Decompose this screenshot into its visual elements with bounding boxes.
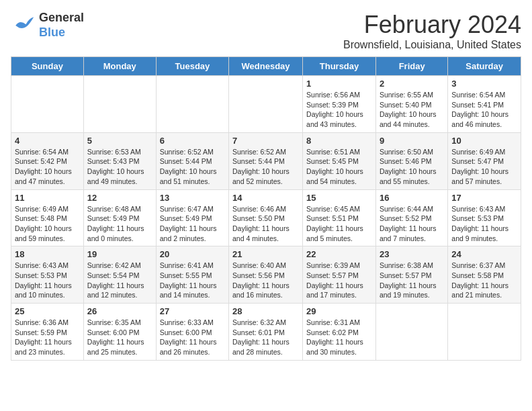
- day-cell: 13Sunrise: 6:47 AM Sunset: 5:49 PM Dayli…: [156, 189, 228, 246]
- day-number: 17: [451, 193, 517, 203]
- col-saturday: Saturday: [448, 57, 521, 76]
- col-wednesday: Wednesday: [229, 57, 303, 76]
- day-cell: 20Sunrise: 6:41 AM Sunset: 5:55 PM Dayli…: [156, 246, 228, 304]
- day-cell: [448, 304, 521, 361]
- day-info: Sunrise: 6:49 AM Sunset: 5:47 PM Dayligh…: [451, 147, 517, 187]
- day-info: Sunrise: 6:44 AM Sunset: 5:52 PM Dayligh…: [380, 204, 444, 244]
- day-cell: 17Sunrise: 6:43 AM Sunset: 5:53 PM Dayli…: [448, 189, 521, 246]
- day-info: Sunrise: 6:45 AM Sunset: 5:51 PM Dayligh…: [306, 204, 372, 244]
- day-cell: 18Sunrise: 6:43 AM Sunset: 5:53 PM Dayli…: [11, 246, 84, 304]
- calendar-body: 1Sunrise: 6:56 AM Sunset: 5:39 PM Daylig…: [11, 76, 521, 361]
- day-info: Sunrise: 6:31 AM Sunset: 6:02 PM Dayligh…: [306, 318, 372, 357]
- day-cell: 25Sunrise: 6:36 AM Sunset: 5:59 PM Dayli…: [11, 304, 84, 361]
- day-info: Sunrise: 6:52 AM Sunset: 5:44 PM Dayligh…: [160, 147, 225, 187]
- day-number: 29: [306, 306, 372, 316]
- day-cell: [375, 304, 447, 361]
- day-number: 6: [160, 136, 225, 146]
- day-cell: 12Sunrise: 6:48 AM Sunset: 5:49 PM Dayli…: [83, 189, 156, 246]
- day-cell: [83, 76, 156, 133]
- day-number: 4: [15, 136, 80, 146]
- calendar-header: Sunday Monday Tuesday Wednesday Thursday…: [11, 57, 521, 76]
- day-info: Sunrise: 6:48 AM Sunset: 5:49 PM Dayligh…: [87, 204, 152, 244]
- day-info: Sunrise: 6:54 AM Sunset: 5:42 PM Dayligh…: [15, 147, 80, 187]
- day-number: 3: [451, 79, 517, 89]
- day-cell: [229, 76, 303, 133]
- day-cell: 29Sunrise: 6:31 AM Sunset: 6:02 PM Dayli…: [303, 304, 376, 361]
- day-info: Sunrise: 6:47 AM Sunset: 5:49 PM Dayligh…: [160, 204, 225, 244]
- day-info: Sunrise: 6:37 AM Sunset: 5:58 PM Dayligh…: [451, 261, 517, 300]
- day-cell: 7Sunrise: 6:52 AM Sunset: 5:44 PM Daylig…: [229, 132, 303, 189]
- day-cell: 11Sunrise: 6:49 AM Sunset: 5:48 PM Dayli…: [11, 189, 84, 246]
- day-number: 27: [160, 306, 225, 316]
- logo-line2: Blue: [39, 26, 84, 40]
- day-cell: [156, 76, 228, 133]
- day-info: Sunrise: 6:41 AM Sunset: 5:55 PM Dayligh…: [160, 261, 225, 300]
- day-number: 20: [160, 249, 225, 259]
- day-number: 19: [87, 249, 152, 259]
- day-cell: [11, 76, 84, 133]
- day-cell: 23Sunrise: 6:38 AM Sunset: 5:57 PM Dayli…: [375, 246, 447, 304]
- day-cell: 6Sunrise: 6:52 AM Sunset: 5:44 PM Daylig…: [156, 132, 228, 189]
- day-cell: 21Sunrise: 6:40 AM Sunset: 5:56 PM Dayli…: [229, 246, 303, 304]
- day-cell: 9Sunrise: 6:50 AM Sunset: 5:46 PM Daylig…: [375, 132, 447, 189]
- day-info: Sunrise: 6:43 AM Sunset: 5:53 PM Dayligh…: [15, 261, 80, 300]
- day-number: 10: [451, 136, 517, 146]
- day-cell: 2Sunrise: 6:55 AM Sunset: 5:40 PM Daylig…: [375, 76, 447, 133]
- day-info: Sunrise: 6:53 AM Sunset: 5:43 PM Dayligh…: [87, 147, 152, 187]
- day-number: 22: [306, 249, 372, 259]
- day-cell: 28Sunrise: 6:32 AM Sunset: 6:01 PM Dayli…: [229, 304, 303, 361]
- week-row-3: 11Sunrise: 6:49 AM Sunset: 5:48 PM Dayli…: [11, 189, 521, 246]
- logo-text: General Blue: [39, 11, 84, 40]
- day-cell: 4Sunrise: 6:54 AM Sunset: 5:42 PM Daylig…: [11, 132, 84, 189]
- header: General Blue February 2024 Brownsfield, …: [11, 11, 521, 51]
- header-row: Sunday Monday Tuesday Wednesday Thursday…: [11, 57, 521, 76]
- calendar-title: February 2024: [343, 11, 521, 39]
- day-info: Sunrise: 6:36 AM Sunset: 5:59 PM Dayligh…: [15, 318, 80, 357]
- day-info: Sunrise: 6:51 AM Sunset: 5:45 PM Dayligh…: [306, 147, 372, 187]
- day-number: 8: [306, 136, 372, 146]
- day-info: Sunrise: 6:43 AM Sunset: 5:53 PM Dayligh…: [451, 204, 517, 244]
- day-cell: 5Sunrise: 6:53 AM Sunset: 5:43 PM Daylig…: [83, 132, 156, 189]
- calendar-table: Sunday Monday Tuesday Wednesday Thursday…: [11, 56, 521, 361]
- day-cell: 27Sunrise: 6:33 AM Sunset: 6:00 PM Dayli…: [156, 304, 228, 361]
- day-number: 26: [87, 306, 152, 316]
- day-info: Sunrise: 6:40 AM Sunset: 5:56 PM Dayligh…: [232, 261, 299, 300]
- day-cell: 24Sunrise: 6:37 AM Sunset: 5:58 PM Dayli…: [448, 246, 521, 304]
- calendar-subtitle: Brownsfield, Louisiana, United States: [343, 39, 521, 51]
- day-number: 15: [306, 193, 372, 203]
- day-number: 23: [380, 249, 444, 259]
- day-number: 18: [15, 249, 80, 259]
- day-number: 13: [160, 193, 225, 203]
- day-number: 7: [232, 136, 299, 146]
- day-info: Sunrise: 6:55 AM Sunset: 5:40 PM Dayligh…: [380, 90, 444, 130]
- day-info: Sunrise: 6:32 AM Sunset: 6:01 PM Dayligh…: [232, 318, 299, 357]
- day-number: 11: [15, 193, 80, 203]
- day-info: Sunrise: 6:35 AM Sunset: 6:00 PM Dayligh…: [87, 318, 152, 357]
- day-number: 16: [380, 193, 444, 203]
- day-info: Sunrise: 6:54 AM Sunset: 5:41 PM Dayligh…: [451, 90, 517, 130]
- day-info: Sunrise: 6:42 AM Sunset: 5:54 PM Dayligh…: [87, 261, 152, 300]
- col-friday: Friday: [375, 57, 447, 76]
- day-cell: 1Sunrise: 6:56 AM Sunset: 5:39 PM Daylig…: [303, 76, 376, 133]
- day-info: Sunrise: 6:56 AM Sunset: 5:39 PM Dayligh…: [306, 90, 372, 130]
- day-number: 28: [232, 306, 299, 316]
- day-number: 14: [232, 193, 299, 203]
- logo-line1: General: [39, 11, 84, 26]
- day-cell: 15Sunrise: 6:45 AM Sunset: 5:51 PM Dayli…: [303, 189, 376, 246]
- day-number: 24: [451, 249, 517, 259]
- week-row-1: 1Sunrise: 6:56 AM Sunset: 5:39 PM Daylig…: [11, 76, 521, 133]
- week-row-4: 18Sunrise: 6:43 AM Sunset: 5:53 PM Dayli…: [11, 246, 521, 304]
- day-cell: 3Sunrise: 6:54 AM Sunset: 5:41 PM Daylig…: [448, 76, 521, 133]
- col-thursday: Thursday: [303, 57, 376, 76]
- day-cell: 14Sunrise: 6:46 AM Sunset: 5:50 PM Dayli…: [229, 189, 303, 246]
- day-number: 25: [15, 306, 80, 316]
- day-number: 2: [380, 79, 444, 89]
- day-number: 1: [306, 79, 372, 89]
- day-info: Sunrise: 6:33 AM Sunset: 6:00 PM Dayligh…: [160, 318, 225, 357]
- day-cell: 26Sunrise: 6:35 AM Sunset: 6:00 PM Dayli…: [83, 304, 156, 361]
- day-cell: 22Sunrise: 6:39 AM Sunset: 5:57 PM Dayli…: [303, 246, 376, 304]
- day-cell: 10Sunrise: 6:49 AM Sunset: 5:47 PM Dayli…: [448, 132, 521, 189]
- day-cell: 19Sunrise: 6:42 AM Sunset: 5:54 PM Dayli…: [83, 246, 156, 304]
- col-tuesday: Tuesday: [156, 57, 228, 76]
- day-info: Sunrise: 6:38 AM Sunset: 5:57 PM Dayligh…: [380, 261, 444, 300]
